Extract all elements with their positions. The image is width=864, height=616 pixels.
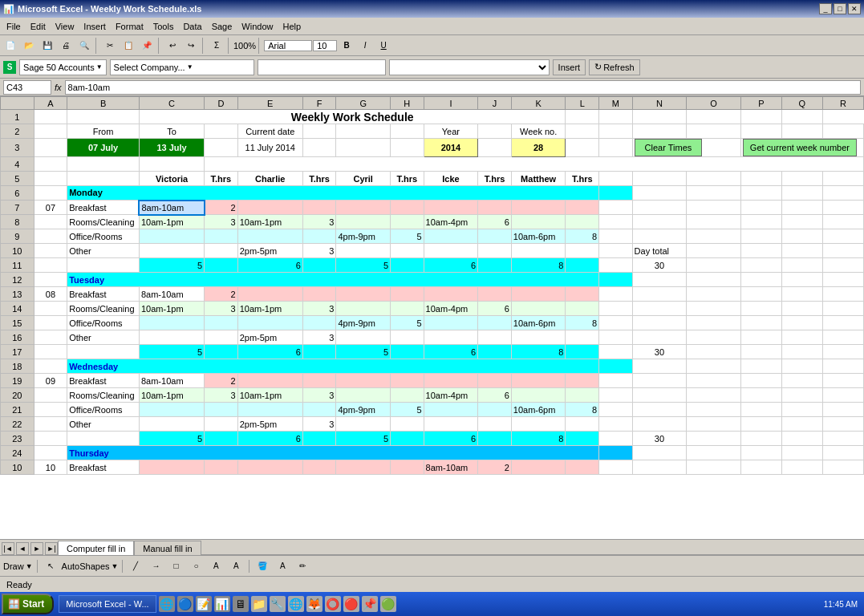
menu-item-data[interactable]: Data (178, 20, 206, 33)
cell-r14[interactable] (822, 302, 863, 316)
cell-q20[interactable] (781, 388, 822, 403)
cell-o20[interactable] (687, 388, 741, 403)
cell-b22[interactable]: Other (67, 417, 140, 432)
cell-j8[interactable]: 6 (478, 215, 512, 229)
cell-q10[interactable] (781, 244, 822, 258)
cell-e8[interactable]: 10am-1pm (237, 215, 302, 229)
cell-q24[interactable] (781, 446, 822, 460)
cell-n14[interactable] (632, 302, 687, 316)
cell-k21[interactable]: 10am-6pm (511, 403, 566, 417)
redo-button[interactable]: ↪ (182, 37, 200, 55)
cell-k13[interactable] (511, 287, 566, 302)
tab-nav-prev[interactable]: ◄ (16, 542, 29, 555)
cell-p6[interactable] (740, 186, 781, 201)
cell-g23[interactable]: 5 (336, 432, 391, 446)
cell-d15[interactable] (205, 316, 238, 330)
cell-i15[interactable] (424, 316, 478, 330)
cell-q22[interactable] (781, 417, 822, 432)
textbox-btn[interactable]: A (207, 557, 225, 575)
cell-b13[interactable]: Breakfast (67, 287, 140, 302)
cell-m20[interactable] (599, 388, 633, 403)
cut-button[interactable]: ✂ (101, 37, 119, 55)
cell-k7[interactable] (511, 201, 566, 215)
cell-f19[interactable] (302, 374, 336, 388)
cell-matthew-thrs[interactable]: T.hrs (566, 172, 599, 186)
cell-g11[interactable]: 5 (336, 258, 391, 273)
cell-e19[interactable] (237, 374, 302, 388)
cell-r24[interactable] (822, 446, 863, 460)
cell-r2[interactable] (822, 124, 863, 139)
cell-p15[interactable] (740, 316, 781, 330)
cell-j25[interactable]: 2 (478, 460, 512, 475)
cell-i23[interactable]: 6 (424, 432, 478, 446)
cell-n20[interactable] (632, 388, 687, 403)
cell-i17[interactable]: 6 (424, 345, 478, 359)
cell-q12[interactable] (781, 273, 822, 287)
cell-d10[interactable] (205, 244, 238, 258)
cell-b11[interactable] (67, 258, 140, 273)
cell-p7[interactable] (740, 201, 781, 215)
cell-k19[interactable] (511, 374, 566, 388)
cell-l11[interactable] (566, 258, 599, 273)
menu-item-view[interactable]: View (51, 20, 79, 33)
cell-n16[interactable] (632, 330, 687, 345)
cell-c16[interactable] (139, 330, 204, 345)
underline-button[interactable]: U (375, 37, 392, 55)
cell-l25[interactable] (566, 460, 599, 475)
cell-j22[interactable] (478, 417, 512, 432)
cell-l3[interactable] (566, 139, 599, 157)
draw-label[interactable]: Draw ▼ (3, 561, 33, 571)
cell-n9[interactable] (632, 229, 687, 244)
cell-victoria-header[interactable]: Victoria (139, 172, 204, 186)
cell-i25[interactable]: 8am-10am (424, 460, 478, 475)
cell-reference[interactable]: C43 (3, 80, 51, 95)
cell-j23[interactable] (478, 432, 512, 446)
cell-f21[interactable] (302, 403, 336, 417)
font-color-btn[interactable]: A (274, 557, 291, 575)
sage-account-dropdown[interactable]: Sage 50 Accounts ▼ (19, 59, 107, 75)
cell-n23-daytotal[interactable]: 30 (632, 432, 687, 446)
cell-q18[interactable] (781, 359, 822, 374)
cell-q1[interactable] (740, 110, 781, 124)
cell-victoria-thrs[interactable]: T.hrs (205, 172, 238, 186)
cell-p5[interactable] (740, 172, 781, 186)
cell-icke-header[interactable]: Icke (424, 172, 478, 186)
cell-r1[interactable] (781, 110, 822, 124)
cell-g25[interactable] (336, 460, 391, 475)
cell-n15[interactable] (632, 316, 687, 330)
cell-c9[interactable] (139, 229, 204, 244)
preview-button[interactable]: 🔍 (75, 37, 93, 55)
cell-m10[interactable] (599, 244, 633, 258)
menu-item-window[interactable]: Window (237, 20, 278, 33)
cell-r7[interactable] (822, 201, 863, 215)
cell-e25[interactable] (237, 460, 302, 475)
cell-h2[interactable] (391, 124, 424, 139)
cell-b4[interactable] (67, 157, 140, 172)
cell-n1[interactable] (599, 110, 633, 124)
arrow-btn[interactable]: → (147, 557, 164, 575)
cell-current-date[interactable]: 11 July 2014 (237, 139, 302, 157)
cell-j7[interactable] (478, 201, 512, 215)
cell-r6[interactable] (822, 186, 863, 201)
cell-o16[interactable] (687, 330, 741, 345)
cell-k11[interactable]: 8 (511, 258, 566, 273)
cell-a8[interactable] (34, 215, 67, 229)
cell-n5[interactable] (632, 172, 687, 186)
cell-q21[interactable] (781, 403, 822, 417)
cell-n21[interactable] (632, 403, 687, 417)
font-name[interactable]: Arial (264, 40, 312, 51)
cell-r10[interactable] (822, 244, 863, 258)
cell-k9[interactable]: 10am-6pm (511, 229, 566, 244)
cell-b25[interactable]: Breakfast (67, 460, 140, 475)
save-button[interactable]: 💾 (39, 37, 56, 55)
cell-wednesday-header[interactable]: Wednesday (67, 359, 599, 374)
select-company-dropdown[interactable]: Select Company... ▼ (110, 59, 254, 75)
cell-r8[interactable] (822, 215, 863, 229)
cell-a13[interactable]: 08 (34, 287, 67, 302)
sage-combobox[interactable] (389, 59, 550, 75)
cell-a5[interactable] (34, 172, 67, 186)
cell-f7[interactable] (302, 201, 336, 215)
cell-c2-to[interactable]: To (139, 124, 204, 139)
cell-b5[interactable] (67, 172, 140, 186)
new-button[interactable]: 📄 (2, 37, 19, 55)
